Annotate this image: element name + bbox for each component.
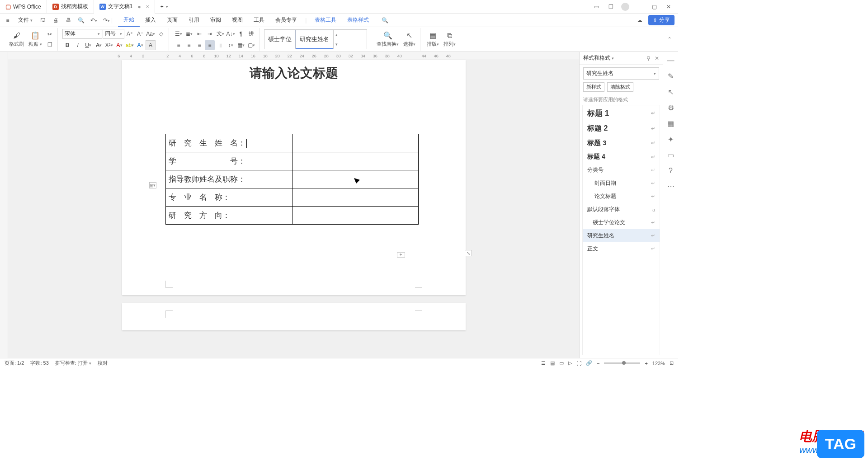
settings-icon[interactable]: ⚙	[668, 103, 674, 112]
chevron-down-icon[interactable]: ▾	[166, 5, 168, 9]
style-preview-2[interactable]: 研究生姓名	[296, 30, 333, 49]
new-style-button[interactable]: 新样式	[583, 82, 604, 92]
underline-button[interactable]: U▾	[83, 40, 93, 50]
shapes-icon[interactable]: ✦	[668, 135, 674, 144]
format-painter-button[interactable]: 🖌 格式刷	[7, 31, 26, 48]
align-justify-button[interactable]: ≡	[205, 40, 215, 50]
cloud-icon[interactable]: ☁	[636, 17, 644, 24]
bold-button[interactable]: B	[62, 40, 72, 50]
export-icon[interactable]: 🖨	[52, 17, 60, 24]
style-item[interactable]: 正文↵	[583, 242, 660, 255]
distribute-button[interactable]: ⫼	[215, 40, 225, 50]
strike-button[interactable]: A̶▾	[94, 40, 104, 50]
pointer-icon[interactable]: ↖	[668, 88, 674, 96]
style-item[interactable]: 标题 3↵	[583, 136, 660, 150]
proofing-status[interactable]: 校对	[98, 360, 108, 367]
document-page-2[interactable]	[122, 303, 466, 330]
close-icon[interactable]: ✕	[665, 3, 673, 11]
clear-format-button[interactable]: ◇	[156, 29, 166, 39]
tab-review[interactable]: 审阅	[205, 14, 226, 26]
decrease-indent-button[interactable]: ⇤	[194, 29, 204, 39]
copy-button[interactable]: ❐	[45, 40, 55, 50]
document-title[interactable]: 请输入论文标题	[167, 65, 420, 82]
style-item[interactable]: 研究生姓名↵	[583, 229, 660, 242]
style-item[interactable]: 论文标题↵	[583, 190, 660, 203]
close-icon[interactable]: ×	[146, 4, 149, 10]
cell-value[interactable]	[292, 152, 418, 170]
zoom-slider[interactable]	[604, 362, 640, 364]
cut-button[interactable]: ✂	[45, 29, 55, 39]
tab-page[interactable]: 页面	[161, 14, 183, 26]
maximize-icon[interactable]: ▢	[650, 3, 658, 11]
clear-format-button[interactable]: 清除格式	[607, 82, 633, 92]
find-replace-button[interactable]: 🔍 查找替换▾	[375, 30, 401, 48]
align-center-button[interactable]: ≡	[184, 40, 194, 50]
cell-label[interactable]: 学 号：	[165, 152, 292, 170]
add-tab-button[interactable]: + ▾	[155, 0, 174, 14]
shading-button[interactable]: ▦▾	[236, 40, 246, 50]
layout-button[interactable]: ▤ 排版▾	[425, 30, 441, 48]
grid-icon[interactable]: ▦	[667, 119, 674, 128]
book-icon[interactable]: ▭	[667, 151, 674, 160]
word-count[interactable]: 字数: 53	[30, 360, 48, 367]
tab-start[interactable]: 开始	[118, 14, 140, 27]
tab-tool[interactable]: 工具	[248, 14, 270, 26]
cell-value[interactable]	[292, 188, 418, 207]
reader-icon[interactable]: ▭	[592, 3, 600, 11]
preview-icon[interactable]: 🔍	[77, 17, 85, 24]
style-item[interactable]: 标题 1↵	[583, 105, 660, 121]
borders-button[interactable]: ▢▾	[246, 40, 256, 50]
zoom-in-button[interactable]: +	[645, 361, 647, 366]
change-case-button[interactable]: Aa▾	[146, 29, 156, 39]
highlight-button[interactable]: ab▾	[125, 40, 135, 50]
save-icon[interactable]: 🖫	[39, 17, 47, 24]
tab-table-tool[interactable]: 表格工具	[309, 14, 342, 26]
pencil-icon[interactable]: ✎	[668, 72, 674, 80]
tab-template[interactable]: D 找稻壳模板	[47, 0, 94, 14]
cell-value[interactable]	[292, 134, 418, 152]
style-item[interactable]: 标题 2↵	[583, 121, 660, 136]
view-read-icon[interactable]: ▭	[559, 360, 564, 366]
font-grow-button[interactable]: A⁺	[125, 29, 135, 39]
cell-value[interactable]	[292, 170, 418, 188]
page-indicator[interactable]: 页面: 1/2	[5, 360, 24, 367]
spell-check-status[interactable]: 拼写检查: 打开 ▾	[55, 360, 91, 367]
align-left-button[interactable]: ≡	[174, 40, 184, 50]
app-tab[interactable]: ▢ WPS Office	[0, 0, 47, 14]
view-fullscreen-icon[interactable]: ⛶	[576, 361, 581, 366]
font-size-select[interactable]: 四号▾	[103, 29, 124, 39]
style-item[interactable]: 默认段落字体a	[583, 203, 660, 216]
style-item[interactable]: 封面日期↵	[583, 177, 660, 190]
view-outline-icon[interactable]: ☰	[541, 360, 546, 366]
select-button[interactable]: ↖ 选择▾	[401, 30, 417, 48]
pin-icon[interactable]: ⚲	[646, 55, 651, 61]
fit-page-icon[interactable]: ⊡	[670, 360, 674, 366]
style-item[interactable]: 分类号↵	[583, 164, 660, 177]
table-move-handle[interactable]: ⊞▾	[149, 182, 156, 188]
tab-view[interactable]: 视图	[226, 14, 248, 26]
cell-label[interactable]: 研 究 方 向：	[165, 207, 292, 225]
text-direction-button[interactable]: 文▾	[215, 29, 225, 39]
char-shading-button[interactable]: A	[146, 40, 156, 50]
more-icon[interactable]: ⋯	[667, 182, 675, 191]
view-web-icon[interactable]: ▷	[568, 360, 572, 366]
share-button[interactable]: ⇪ 分享	[648, 15, 675, 25]
collapse-ribbon-button[interactable]: ⌃	[665, 36, 674, 42]
file-menu[interactable]: 文件 ▾	[16, 15, 34, 25]
minimize-icon[interactable]: —	[636, 3, 644, 11]
document-page[interactable]: 请输入论文标题 ⊞▾ 研 究 生 姓 名： 学 号： 指导教师姓名及职称： 专 …	[122, 60, 466, 295]
bullets-button[interactable]: ☰▾	[174, 29, 184, 39]
line-spacing-button[interactable]: ↕▾	[226, 40, 236, 50]
print-icon[interactable]: 🖶	[64, 17, 72, 24]
numbering-button[interactable]: ≣▾	[184, 29, 194, 39]
sort-button[interactable]: A↓▾	[226, 29, 236, 39]
current-style-select[interactable]: 研究生姓名 ▾	[583, 67, 659, 80]
zoom-value[interactable]: 123%	[652, 361, 665, 366]
style-gallery[interactable]: 硕士学位 研究生姓名 ▴ ▾	[264, 29, 367, 49]
avatar-icon[interactable]	[621, 3, 629, 11]
align-right-button[interactable]: ≡	[194, 40, 204, 50]
close-icon[interactable]: ✕	[655, 55, 659, 61]
cell-label[interactable]: 研 究 生 姓 名：	[165, 134, 292, 152]
increase-indent-button[interactable]: ⇥	[205, 29, 215, 39]
tab-reference[interactable]: 引用	[183, 14, 205, 26]
